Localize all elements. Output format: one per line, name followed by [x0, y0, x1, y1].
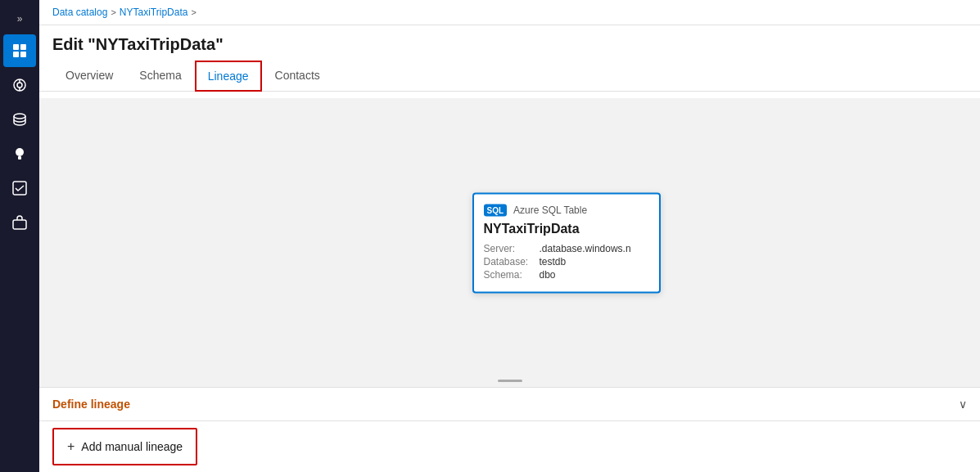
card-title: NYTaxiTripData [484, 221, 649, 236]
scroll-indicator [498, 380, 522, 382]
svg-rect-10 [18, 156, 21, 160]
sidebar-icon-data[interactable] [3, 103, 36, 136]
card-header: SQL Azure SQL Table [484, 204, 649, 216]
card-detail-database: Database: testdb [484, 255, 649, 267]
add-manual-lineage-button[interactable]: + Add manual lineage [52, 428, 197, 465]
breadcrumb: Data catalog > NYTaxiTripData > [39, 0, 980, 25]
tab-contacts[interactable]: Contacts [262, 61, 333, 92]
define-lineage-title: Define lineage [52, 398, 130, 411]
svg-rect-0 [13, 44, 19, 50]
sidebar-collapse-button[interactable]: » [11, 7, 29, 31]
main-content: Data catalog > NYTaxiTripData > Edit "NY… [39, 0, 980, 472]
lineage-node-card[interactable]: SQL Azure SQL Table NYTaxiTripData Serve… [472, 192, 661, 293]
sidebar: » [0, 0, 39, 472]
card-detail-server: Server: .database.windows.n [484, 242, 649, 254]
add-lineage-label: Add manual lineage [81, 440, 183, 453]
database-value: testdb [540, 255, 567, 267]
sidebar-icon-insights[interactable] [3, 137, 36, 170]
schema-label: Schema: [484, 268, 533, 280]
svg-rect-12 [13, 220, 26, 229]
sidebar-icon-home[interactable] [3, 34, 36, 67]
plus-icon: + [67, 439, 75, 454]
breadcrumb-sep-2: > [191, 7, 196, 17]
tab-schema[interactable]: Schema [126, 61, 194, 92]
svg-rect-2 [13, 52, 19, 57]
tab-overview[interactable]: Overview [52, 61, 126, 92]
card-details: Server: .database.windows.n Database: te… [484, 242, 649, 280]
tab-lineage[interactable]: Lineage [195, 61, 262, 92]
sidebar-icon-catalog[interactable] [3, 69, 36, 101]
svg-point-8 [14, 114, 25, 119]
svg-point-5 [17, 83, 22, 88]
sidebar-icon-workflow[interactable] [3, 172, 36, 205]
server-label: Server: [484, 242, 533, 254]
breadcrumb-nytaxi[interactable]: NYTaxiTripData [120, 7, 188, 18]
add-lineage-section: + Add manual lineage [39, 428, 980, 465]
sidebar-icon-briefcase[interactable] [3, 206, 36, 239]
bottom-panel: Define lineage ∨ + Add manual lineage [39, 387, 980, 472]
card-detail-schema: Schema: dbo [484, 268, 649, 280]
card-type: Azure SQL Table [513, 205, 587, 216]
svg-rect-1 [20, 44, 26, 50]
lineage-canvas[interactable]: SQL Azure SQL Table NYTaxiTripData Serve… [39, 98, 980, 387]
schema-value: dbo [540, 268, 556, 280]
server-value: .database.windows.n [540, 242, 631, 254]
svg-rect-3 [20, 52, 26, 57]
define-lineage-header[interactable]: Define lineage ∨ [39, 388, 980, 421]
sql-badge: SQL [484, 204, 508, 216]
svg-point-9 [16, 148, 24, 156]
svg-rect-11 [13, 182, 26, 195]
breadcrumb-data-catalog[interactable]: Data catalog [52, 7, 107, 18]
database-label: Database: [484, 255, 533, 267]
page-title: Edit "NYTaxiTripData" [39, 25, 980, 61]
breadcrumb-sep-1: > [111, 7, 115, 17]
tabs-bar: Overview Schema Lineage Contacts [39, 61, 980, 92]
chevron-down-icon: ∨ [959, 398, 967, 411]
